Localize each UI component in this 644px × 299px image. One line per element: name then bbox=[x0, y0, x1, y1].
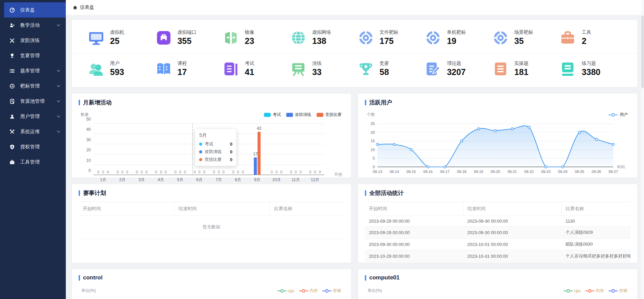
table-cell: 2023-10-31 00:00:00 bbox=[463, 250, 561, 262]
legend-swatch bbox=[317, 113, 323, 117]
legend-item-考试[interactable]: 考试 bbox=[264, 112, 281, 118]
sidebar-item-attack-defense[interactable]: 攻防演练 bbox=[0, 33, 66, 48]
zero-label: 0 bbox=[275, 170, 277, 174]
legend-label: 用户 bbox=[620, 112, 628, 118]
legend-item-竞技比赛[interactable]: 竞技比赛 bbox=[317, 112, 342, 118]
legend-item-cpu[interactable]: cpu bbox=[564, 288, 581, 294]
sidebar-item-system-ops[interactable]: 系统运维 bbox=[0, 124, 66, 139]
sidebar-item-user-mgmt[interactable]: 用户管理 bbox=[0, 109, 66, 124]
legend-item-存储[interactable]: 存储 bbox=[609, 288, 627, 294]
table-cell: 个人言论电话好多好多好多好好哈哈哈哈哈哈 bbox=[561, 250, 630, 262]
stat-text: 实操题181 bbox=[514, 60, 529, 77]
monitor-legend: cpu内存存储 bbox=[277, 288, 341, 294]
zero-label: 0 bbox=[213, 170, 215, 174]
title-accent-bar bbox=[79, 275, 80, 281]
breadcrumb[interactable]: 仪表盘 bbox=[73, 4, 94, 10]
zero-label: 0 bbox=[107, 170, 109, 174]
zero-label: 0 bbox=[222, 170, 224, 174]
sidebar-item-target-mgmt[interactable]: 靶标管理 bbox=[0, 78, 66, 94]
svg-text:09-25: 09-25 bbox=[575, 170, 584, 174]
stat-text: 考试41 bbox=[245, 60, 254, 77]
virtual-port-icon bbox=[156, 30, 172, 46]
stat-label: 实操题 bbox=[514, 60, 529, 67]
table-cell: 2023-09-30 00:00:00 bbox=[463, 216, 561, 227]
wrench-icon bbox=[9, 128, 16, 135]
legend-label: 攻防演练 bbox=[295, 112, 311, 118]
stat-label: 考试 bbox=[245, 60, 254, 67]
scrollbar-thumb[interactable] bbox=[641, 16, 644, 88]
zero-label: 0 bbox=[237, 170, 239, 174]
stat-text: 单机靶标19 bbox=[447, 29, 466, 46]
chevron-down-icon bbox=[57, 129, 60, 133]
svg-text:09-20: 09-20 bbox=[491, 170, 500, 174]
theory-q-icon bbox=[425, 61, 441, 77]
legend-label: 存储 bbox=[619, 288, 627, 294]
legend-item-攻防演练[interactable]: 攻防演练 bbox=[286, 112, 311, 118]
column-header: 开始时间 bbox=[365, 202, 463, 216]
virtual-network-icon bbox=[290, 30, 306, 46]
table-cell: 2023-09-29 00:00:00 bbox=[365, 216, 463, 227]
zero-label: 0 bbox=[97, 170, 99, 174]
sidebar-item-label: 教学活动 bbox=[20, 22, 57, 28]
event-plan-title: 赛事计划 bbox=[83, 189, 106, 197]
teacher-icon bbox=[9, 22, 16, 29]
legend-label: 内存 bbox=[596, 288, 604, 294]
legend-item-内存[interactable]: 内存 bbox=[585, 288, 604, 294]
unit-label: 单位(%) bbox=[81, 288, 96, 294]
stat-label: 单机靶标 bbox=[447, 29, 466, 35]
sidebar-item-dashboard[interactable]: 仪表盘 bbox=[4, 2, 66, 18]
stat-text: 文件靶标175 bbox=[380, 29, 399, 46]
sidebar-item-question-bank[interactable]: 题库管理 bbox=[0, 63, 66, 78]
monitor-card-control: control 单位(%) cpu内存存储 bbox=[72, 269, 351, 299]
stat-card-practice-q: 练习题3380 bbox=[560, 60, 627, 77]
legend-item-用户[interactable]: 用户 bbox=[609, 112, 628, 118]
y-tick-label: 10 bbox=[82, 158, 91, 163]
title-accent-bar bbox=[365, 190, 366, 196]
tooltip-title: 5月 bbox=[199, 132, 232, 139]
stat-label: 场景靶标 bbox=[514, 29, 533, 35]
sidebar-item-teaching[interactable]: 教学活动 bbox=[0, 18, 66, 33]
vertical-scrollbar[interactable] bbox=[641, 0, 644, 299]
sidebar-item-tool-mgmt[interactable]: 工具管理 bbox=[0, 154, 66, 170]
shield-icon bbox=[9, 144, 16, 150]
series-dot bbox=[199, 143, 202, 146]
title-accent-bar bbox=[79, 190, 80, 196]
line-chart-plot: 051015202509-1309-1409-1509-1609-1709-18… bbox=[365, 120, 630, 180]
sidebar-item-resource-pool[interactable]: 资源池管理 bbox=[0, 94, 66, 109]
all-activity-card: 全部活动统计 开始时间结束时间比赛名称 2023-09-29 00:00:002… bbox=[358, 184, 637, 263]
chevron-down-icon bbox=[57, 84, 60, 87]
stat-card-course: 课程17 bbox=[156, 60, 223, 77]
chevron-down-icon bbox=[57, 69, 60, 72]
svg-text:09-14: 09-14 bbox=[390, 170, 399, 174]
stat-card-file-target: 文件靶标175 bbox=[358, 29, 425, 46]
scene-target-icon bbox=[492, 30, 509, 46]
y-tick-label: 0 bbox=[82, 168, 91, 173]
sidebar-item-label: 题库管理 bbox=[20, 68, 57, 74]
zero-label: 0 bbox=[122, 170, 124, 174]
sidebar-item-authorization[interactable]: 授权管理 bbox=[0, 139, 66, 154]
legend-item-内存[interactable]: 内存 bbox=[299, 288, 318, 294]
zero-value-labels: 000 bbox=[229, 170, 248, 174]
tooltip-series-value: 0 bbox=[230, 157, 232, 162]
zero-value-labels: 000 bbox=[190, 170, 209, 174]
svg-text:时间: 时间 bbox=[617, 165, 625, 169]
x-tick-label: 3月 bbox=[132, 177, 151, 183]
bar-chart-plot: 0102030405000000000000000000000000017420… bbox=[93, 124, 325, 175]
column-header: 结束时间 bbox=[174, 202, 270, 216]
stat-card-image: 镜像23 bbox=[223, 29, 290, 46]
legend-item-cpu[interactable]: cpu bbox=[277, 288, 294, 294]
stat-text: 竞赛58 bbox=[380, 60, 389, 77]
stat-card-virtual-network: 虚拟网络138 bbox=[290, 29, 358, 46]
svg-text:09-13: 09-13 bbox=[373, 170, 382, 174]
bar-value-label: 17 bbox=[253, 152, 258, 156]
monitor-card-compute01: compute01 单位(%) cpu内存存储 bbox=[358, 269, 637, 299]
legend-item-存储[interactable]: 存储 bbox=[322, 288, 341, 294]
zero-value-labels: 000 bbox=[286, 170, 305, 174]
legend-label: 考试 bbox=[273, 112, 281, 118]
sidebar-item-competition[interactable]: 竞赛管理 bbox=[0, 48, 66, 63]
trophy-icon bbox=[9, 52, 16, 59]
zero-value-labels: 000 bbox=[170, 170, 190, 174]
user-icon bbox=[9, 113, 16, 120]
virtual-machine-icon bbox=[88, 30, 104, 46]
x-tick-label: 7月 bbox=[209, 177, 228, 183]
